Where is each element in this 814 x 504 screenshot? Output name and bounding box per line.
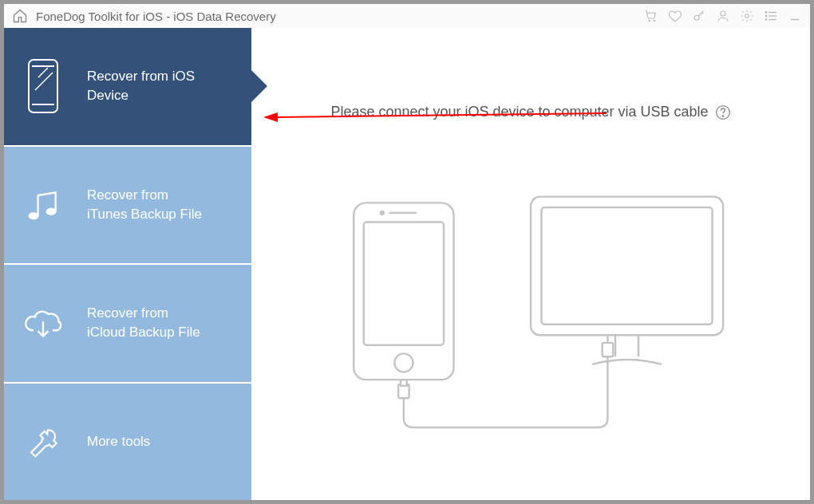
user-icon[interactable] — [716, 9, 730, 23]
sidebar-item-label: Recover from iOS Device — [87, 67, 207, 105]
sidebar-item-more-tools[interactable]: More tools — [4, 384, 251, 501]
home-icon[interactable] — [12, 8, 28, 24]
svg-point-26 — [394, 353, 413, 372]
instruction-text: Please connect your iOS device to comput… — [330, 104, 708, 120]
svg-rect-25 — [364, 222, 444, 345]
cloud-download-icon — [23, 295, 63, 351]
svg-point-1 — [654, 20, 655, 22]
cart-icon[interactable] — [644, 9, 658, 23]
svg-point-28 — [381, 211, 384, 215]
instruction-row: Please connect your iOS device to comput… — [275, 104, 786, 120]
sidebar-item-icloud-backup[interactable]: Recover from iCloud Backup File — [4, 265, 251, 384]
sidebar-item-ios-device[interactable]: Recover from iOS Device — [4, 28, 251, 147]
svg-point-18 — [46, 207, 57, 215]
heart-icon[interactable] — [668, 9, 682, 23]
menu-icon[interactable] — [764, 9, 778, 23]
title-toolbar — [644, 9, 802, 23]
wrench-icon — [23, 414, 63, 470]
sidebar-item-label: Recover from iTunes Backup File — [87, 186, 207, 224]
sidebar: Recover from iOS Device Recover from iTu… — [4, 28, 251, 500]
svg-point-9 — [765, 15, 767, 17]
svg-point-10 — [765, 19, 767, 21]
connection-illustration — [275, 152, 786, 484]
key-icon[interactable] — [692, 9, 706, 23]
svg-rect-31 — [401, 380, 407, 386]
sidebar-item-label: More tools — [87, 432, 150, 451]
svg-point-23 — [722, 115, 723, 116]
svg-point-2 — [694, 15, 699, 20]
svg-point-17 — [29, 212, 39, 219]
svg-point-8 — [765, 12, 767, 14]
content-area: Recover from iOS Device Recover from iTu… — [4, 28, 810, 500]
svg-rect-32 — [531, 197, 723, 336]
app-title: FoneDog Toolkit for iOS - iOS Data Recov… — [36, 10, 644, 23]
help-icon[interactable] — [715, 104, 731, 120]
svg-point-0 — [649, 20, 650, 22]
sidebar-item-itunes-backup[interactable]: Recover from iTunes Backup File — [4, 147, 251, 266]
svg-point-4 — [745, 14, 749, 18]
main-panel: Please connect your iOS device to comput… — [251, 28, 810, 500]
titlebar: FoneDog Toolkit for iOS - iOS Data Recov… — [4, 4, 810, 28]
svg-line-15 — [38, 68, 48, 77]
svg-point-3 — [721, 11, 725, 16]
music-icon — [23, 177, 63, 233]
gear-icon[interactable] — [740, 9, 754, 23]
minimize-icon[interactable] — [788, 9, 802, 23]
svg-line-16 — [35, 73, 53, 90]
phone-icon — [23, 58, 63, 114]
svg-rect-35 — [603, 343, 614, 356]
svg-rect-33 — [542, 207, 713, 325]
sidebar-item-label: Recover from iCloud Backup File — [87, 304, 207, 342]
app-frame: FoneDog Toolkit for iOS - iOS Data Recov… — [0, 0, 814, 504]
